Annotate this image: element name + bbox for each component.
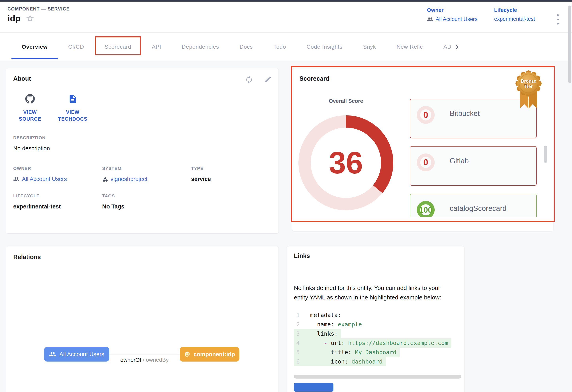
code-line-highlighted: 4 - url: https://dashboard.example.com <box>294 338 460 348</box>
lifecycle-label: Lifecycle <box>494 7 535 13</box>
scorecard-title: Scorecard <box>300 75 546 82</box>
browser-top-strip <box>0 0 572 1</box>
owner-label: Owner <box>427 7 477 13</box>
chevron-right-icon[interactable] <box>453 33 461 61</box>
code-horizontal-scrollbar[interactable] <box>294 375 461 378</box>
scorecard-card: Scorecard Bronze Tier Overall Score 36 0… <box>292 68 554 231</box>
owner-link[interactable]: All Account Users <box>427 16 477 22</box>
score-ring: 0 <box>417 106 435 124</box>
tab-new-relic[interactable]: New Relic <box>386 33 433 61</box>
field-system: SYSTEM vigneshproject <box>102 166 191 182</box>
tab-api[interactable]: API <box>142 33 172 61</box>
view-techdocs-button[interactable]: VIEW TECHDOCS <box>56 94 90 122</box>
people-icon <box>427 16 433 22</box>
chip-icon <box>184 351 190 357</box>
svg-text:Tier: Tier <box>524 84 533 89</box>
view-source-button[interactable]: VIEW SOURCE <box>13 94 47 122</box>
code-line-highlighted: 3 links: <box>294 329 460 338</box>
lifecycle-value: experimental-test <box>494 16 535 22</box>
header-owner: Owner All Account Users <box>427 7 477 22</box>
refresh-icon[interactable] <box>245 76 253 84</box>
entity-header: COMPONENT — SERVICE idp Owner All Accoun… <box>0 1 572 33</box>
overall-score-value: 36 <box>329 146 363 180</box>
field-lifecycle: LIFECYCLE experimental-test <box>13 194 102 210</box>
scorecard-items: 0 Bitbucket 0 Gitlab 100 catalogScorecar… <box>410 99 537 217</box>
page-title: idp <box>8 14 21 23</box>
scorecard-item-catalogscorecard[interactable]: 100 catalogScorecard <box>410 194 537 217</box>
yaml-example: 1metadata: 2 name: example 3 links: 4 - … <box>294 310 460 366</box>
links-title: Links <box>294 252 457 260</box>
tab-scorecard[interactable]: Scorecard <box>94 33 142 61</box>
entity-tabs: Overview CI/CD Scorecard API Dependencie… <box>0 33 572 61</box>
field-tags: TAGS No Tags <box>102 194 191 210</box>
edit-icon[interactable] <box>264 76 272 84</box>
docs-icon <box>68 94 78 104</box>
about-title: About <box>13 75 31 82</box>
breadcrumb: COMPONENT — SERVICE <box>8 6 70 12</box>
field-type: TYPE service <box>191 166 271 182</box>
scorecard-item-gitlab[interactable]: 0 Gitlab <box>410 146 537 186</box>
svg-text:Bronze: Bronze <box>521 79 536 84</box>
star-icon[interactable] <box>26 14 34 23</box>
relation-edge <box>109 354 180 354</box>
scorecard-scrollbar[interactable] <box>544 146 547 163</box>
links-empty-message: No links defined for this entity. You ca… <box>294 283 452 302</box>
clipped-blue-button[interactable] <box>294 383 334 392</box>
header-lifecycle: Lifecycle experimental-test <box>494 7 535 22</box>
owner-value: All Account Users <box>436 16 477 22</box>
field-owner: OWNER All Account Users <box>13 166 102 182</box>
links-card: Links No links defined for this entity. … <box>286 246 464 392</box>
github-icon <box>25 94 35 104</box>
page-scrollbar[interactable] <box>568 5 571 83</box>
people-icon <box>49 351 56 358</box>
relation-edge-label: ownerOf / ownedBy <box>109 357 180 363</box>
tab-overview[interactable]: Overview <box>12 33 58 61</box>
view-techdocs-label: VIEW TECHDOCS <box>58 109 88 122</box>
tab-docs[interactable]: Docs <box>229 33 263 61</box>
description-label: DESCRIPTION <box>13 135 271 140</box>
category-icon <box>102 176 108 182</box>
code-line: 2 name: example <box>294 320 460 329</box>
code-line-highlighted: 6 icon: dashboard <box>294 357 460 366</box>
relation-node-owner[interactable]: All Account Users <box>44 347 109 361</box>
code-line: 1metadata: <box>294 310 460 320</box>
overall-score-donut: 36 <box>299 115 393 210</box>
tab-dependencies[interactable]: Dependencies <box>172 33 229 61</box>
about-card: About VIEW SOURCE VIEW TECHDOCS DESCRIPT… <box>6 68 279 234</box>
relations-title: Relations <box>13 254 271 261</box>
tab-todo[interactable]: Todo <box>263 33 296 61</box>
owner-entity-link[interactable]: All Account Users <box>13 176 102 182</box>
code-line-highlighted: 5 title: My Dashboard <box>294 348 460 357</box>
relation-node-component[interactable]: component:idp <box>180 347 239 361</box>
kebab-icon[interactable] <box>554 13 562 26</box>
score-ring: 100 <box>417 201 435 217</box>
tab-truncated[interactable]: AD <box>433 33 451 61</box>
description-value: No description <box>13 145 271 152</box>
tab-cicd[interactable]: CI/CD <box>58 33 94 61</box>
score-ring: 0 <box>417 153 435 171</box>
relations-card: Relations ownerOf / ownedBy All Account … <box>6 246 279 392</box>
view-source-label: VIEW SOURCE <box>15 109 45 122</box>
system-entity-link[interactable]: vigneshproject <box>102 176 191 182</box>
bronze-tier-badge: Bronze Tier <box>514 69 543 111</box>
tab-snyk[interactable]: Snyk <box>353 33 386 61</box>
overall-score-label: Overall Score <box>299 98 393 104</box>
tab-code-insights[interactable]: Code Insights <box>296 33 353 61</box>
people-icon <box>13 176 20 182</box>
